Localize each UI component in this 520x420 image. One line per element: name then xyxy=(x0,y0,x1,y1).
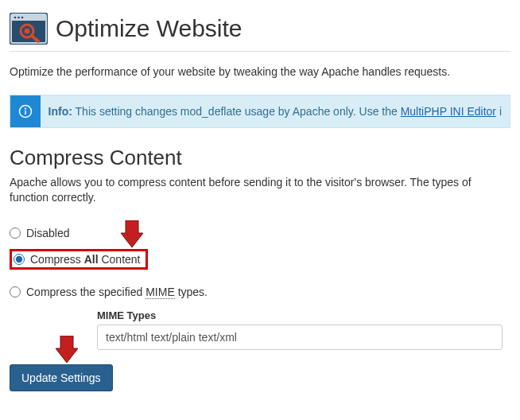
svg-point-9 xyxy=(25,107,26,109)
mime-types-input[interactable] xyxy=(97,325,503,350)
multiphp-ini-editor-link[interactable]: MultiPHP INI Editor xyxy=(401,105,496,118)
intro-text: Optimize the performance of your website… xyxy=(10,64,510,80)
option-disabled[interactable]: Disabled xyxy=(10,224,69,243)
info-icon xyxy=(10,95,41,127)
actions: Update Settings xyxy=(10,364,510,401)
mime-types-block: MIME Types xyxy=(97,309,510,350)
optimize-website-icon xyxy=(10,13,48,45)
radio-compress-mime[interactable] xyxy=(10,286,21,298)
radio-compress-all[interactable] xyxy=(14,254,25,265)
radio-disabled[interactable] xyxy=(10,228,21,239)
compress-options: Disabled Compress All Content Compress t… xyxy=(10,224,510,350)
option-disabled-label: Disabled xyxy=(26,227,69,239)
svg-line-7 xyxy=(32,36,38,41)
svg-point-6 xyxy=(25,29,30,34)
svg-rect-1 xyxy=(11,14,46,21)
info-callout-body: Info: This setting changes mod_deflate u… xyxy=(41,95,510,127)
update-settings-button[interactable]: Update Settings xyxy=(10,364,113,391)
svg-point-3 xyxy=(17,17,20,19)
compress-content-desc: Apache allows you to compress content be… xyxy=(10,175,510,206)
info-label: Info: xyxy=(49,105,72,118)
option-compress-mime-label: Compress the specified MIME types. xyxy=(26,286,208,298)
page-header: Optimize Website xyxy=(10,13,510,52)
info-callout: Info: This setting changes mod_deflate u… xyxy=(10,95,510,128)
page-title: Optimize Website xyxy=(56,15,243,42)
svg-point-4 xyxy=(21,17,24,19)
info-text-before: This setting changes mod_deflate usage b… xyxy=(72,105,401,118)
svg-rect-10 xyxy=(25,110,26,114)
info-text-after: i xyxy=(496,105,502,118)
option-compress-all-label: Compress All Content xyxy=(30,253,141,266)
option-compress-mime[interactable]: Compress the specified MIME types. xyxy=(10,282,208,301)
compress-content-heading: Compress Content xyxy=(10,146,510,170)
option-compress-all[interactable]: Compress All Content xyxy=(10,249,148,270)
svg-point-2 xyxy=(14,17,17,19)
mime-types-label: MIME Types xyxy=(97,309,510,321)
